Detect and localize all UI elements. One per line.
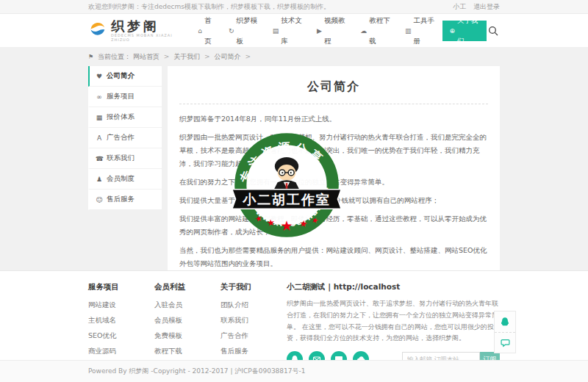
- calculator-icon: ▦: [96, 114, 103, 121]
- logo-icon: [88, 20, 107, 42]
- sidebar-item-label: 公司简介: [107, 71, 135, 81]
- logo-text: 织梦阁: [111, 20, 182, 33]
- nav-item-about[interactable]: ⊕关于我们: [442, 21, 487, 41]
- breadcrumb-prefix: 当前位置：: [98, 53, 131, 60]
- breadcrumb-home[interactable]: 网站首页: [133, 53, 159, 60]
- nav-label: 工具手册: [414, 10, 437, 51]
- link-icon: ∞: [96, 93, 103, 101]
- footer-column-about: 关于我们 团队介绍 联系我们 广告合作 售后服务: [220, 282, 287, 367]
- logout-link[interactable]: 退出登录: [473, 3, 500, 10]
- heart-icon: ♥: [96, 73, 103, 80]
- sidebar-item-label: 广告合作: [107, 133, 135, 143]
- footer-about-title: 小二胡测试 | http://localhost: [287, 282, 500, 292]
- sidebar-item-company-profile[interactable]: ♥公司简介: [88, 66, 162, 87]
- phone-icon: ☎: [96, 155, 103, 162]
- breadcrumb-separator: >: [204, 53, 210, 60]
- article-paragraph: 在我们的努力之下，让您拥有一个全方位的独立网站变得异常简单。: [179, 176, 488, 189]
- document-icon: ▤: [273, 21, 279, 41]
- sidebar-item-pricing[interactable]: ▦报价体系: [88, 107, 162, 128]
- sidebar-menu: ♥公司简介 ∞服务项目 ▦报价体系 A广告合作 ☎联系我们 ♟会员制度 ☺售后服…: [88, 66, 162, 210]
- footer-link[interactable]: 教程下载: [154, 347, 220, 356]
- sidebar-item-membership[interactable]: ♟会员制度: [88, 169, 162, 190]
- main-nav: ⌂首页 ↻织梦模板 ▤技术文库 ▶视频教程 ☁教程下载 ▥工具手册 ⊕关于我们: [191, 21, 487, 41]
- sidebar-item-ads[interactable]: A广告合作: [88, 128, 162, 148]
- smile-icon: ☺: [96, 196, 103, 203]
- footer-link[interactable]: 售后服务: [220, 347, 287, 356]
- footer-link[interactable]: 入驻会员: [154, 300, 220, 310]
- sidebar-item-label: 会员制度: [107, 174, 135, 184]
- logo-tagline: DEDECMS MOBAN XIAZAI ZHIZUO: [111, 33, 182, 42]
- breadcrumb-separator: >: [164, 53, 170, 60]
- main-area: ⚑ 当前位置： 网站首页 > 关于我们 > 公司简介 > ♥公司简介 ∞服务项目…: [0, 47, 588, 270]
- nav-item-downloads[interactable]: ☁教程下载: [354, 21, 398, 41]
- nav-item-home[interactable]: ⌂首页: [191, 21, 222, 41]
- about-icon: ⊕: [449, 21, 455, 41]
- footer-column-member: 会员利益 入驻会员 会员模板 免费模板 教程下载: [154, 282, 220, 367]
- footer-link[interactable]: 会员模板: [154, 316, 220, 325]
- sidebar-item-label: 服务项目: [107, 92, 135, 101]
- floating-widget: [494, 311, 516, 353]
- book-icon: ▥: [405, 21, 412, 41]
- article-paragraph: 我们提供丰富的网站建设系列教程，即使您没有经历，零基础，通过这些教程，可以从零开…: [179, 212, 488, 239]
- nav-item-videos[interactable]: ▶视频教程: [310, 21, 354, 41]
- sidebar-item-aftersales[interactable]: ☺售后服务: [88, 190, 162, 210]
- footer-link[interactable]: 广告合作: [220, 331, 287, 341]
- footer-link[interactable]: 网站建设: [88, 300, 154, 310]
- page-title: 公司简介: [179, 79, 488, 95]
- breadcrumb-separator: >: [245, 53, 251, 60]
- nav-item-manual[interactable]: ▥工具手册: [398, 21, 442, 41]
- nav-item-docs[interactable]: ▤技术文库: [266, 21, 310, 41]
- header: 织梦阁 DEDECMS MOBAN XIAZAI ZHIZUO ⌂首页 ↻织梦模…: [0, 14, 588, 47]
- footer-column-title: 服务项目: [88, 282, 154, 292]
- video-icon: ▶: [317, 21, 322, 41]
- flag-icon: ⚑: [88, 54, 93, 60]
- nav-label: 织梦模板: [237, 10, 259, 51]
- nav-label: 关于我们: [457, 10, 480, 51]
- nav-label: 视频教程: [324, 10, 347, 51]
- nav-label: 首页: [204, 10, 215, 51]
- cloud-download-icon: ☁: [360, 21, 367, 41]
- service-icon[interactable]: [495, 311, 515, 332]
- search-icon[interactable]: [487, 24, 500, 38]
- nav-item-templates[interactable]: ↻织梦模板: [222, 21, 266, 41]
- footer-about-block: 小二胡测试 | http://localhost 织梦阁由一批热爱网页设计、敢于…: [287, 282, 500, 367]
- username-link[interactable]: 小工: [453, 3, 466, 10]
- sidebar-item-label: 报价体系: [107, 112, 135, 122]
- article-paragraph: 织梦园由一批热爱网页设计、敢于追求梦想、努力付诸行动的热火青年联合打造，我们是完…: [179, 131, 488, 170]
- footer-link[interactable]: 商业源码: [88, 347, 154, 356]
- site-logo[interactable]: 织梦阁 DEDECMS MOBAN XIAZAI ZHIZUO: [88, 20, 182, 42]
- article-panel: 公司简介 织梦园筹备于2014年8月，同年11月份正式上线。 织梦园由一批热爱网…: [168, 66, 500, 305]
- home-icon: ⌂: [198, 21, 202, 41]
- title-divider: [179, 104, 488, 104]
- footer-link[interactable]: 团队介绍: [220, 300, 287, 310]
- sidebar-item-services[interactable]: ∞服务项目: [88, 87, 162, 107]
- footer-link[interactable]: 免费模板: [154, 331, 220, 341]
- breadcrumb-company[interactable]: 公司简介: [215, 53, 241, 60]
- article-paragraph: 当然，我们也为那些需要精品服务的用户提供：网站建设顾问、网页设计、整站搭建、网站…: [179, 244, 488, 270]
- footer-link[interactable]: SEO优化: [88, 331, 154, 341]
- breadcrumb-about[interactable]: 关于我们: [173, 53, 200, 60]
- footer-column-title: 关于我们: [220, 282, 287, 292]
- breadcrumb: ⚑ 当前位置： 网站首页 > 关于我们 > 公司简介 >: [88, 47, 500, 62]
- nav-label: 教程下载: [369, 10, 392, 51]
- article-paragraph: 我们提供大量基于织梦CMS的网站模板，您不花一分钱就可以拥有自己的网站程序；: [179, 194, 488, 207]
- refresh-icon: ↻: [229, 21, 234, 41]
- copyright-text: Powered By 织梦阁 -Copyright - 2012-2017 | …: [88, 367, 306, 375]
- nav-label: 技术文库: [281, 10, 304, 51]
- footer-column-title: 会员利益: [154, 282, 220, 292]
- footer-link[interactable]: 联系我们: [220, 316, 287, 325]
- footer-link[interactable]: 主机域名: [88, 316, 154, 325]
- feedback-icon[interactable]: [495, 332, 515, 353]
- footer-about-text: 织梦阁由一批热爱网页设计、敢于追求梦想、努力付诸行动的热火青年联合打造，在我们的…: [287, 298, 500, 345]
- footer-column-services: 服务项目 网站建设 主机域名 SEO优化 商业源码: [88, 282, 154, 367]
- font-icon: A: [96, 134, 103, 142]
- sidebar-item-label: 联系我们: [107, 154, 135, 163]
- sidebar-item-label: 售后服务: [107, 195, 135, 204]
- bottombar: Powered By 织梦阁 -Copyright - 2012-2017 | …: [0, 360, 588, 382]
- article-paragraph: 织梦园筹备于2014年8月，同年11月份正式上线。: [179, 112, 488, 126]
- sidebar-item-contact[interactable]: ☎联系我们: [88, 148, 162, 169]
- user-icon: ♟: [96, 176, 103, 183]
